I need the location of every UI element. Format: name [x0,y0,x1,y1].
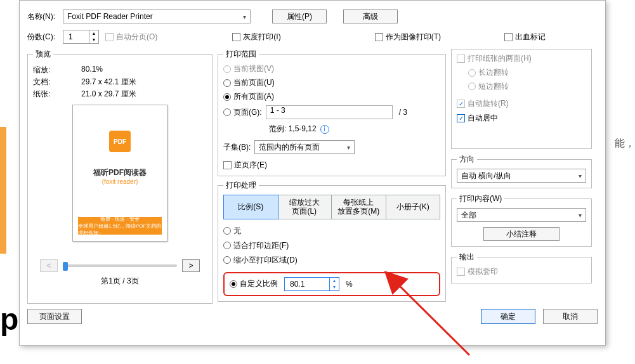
print-dialog: 名称(N): Foxit PDF Reader Printer ▾ 属性(P) … [19,0,606,346]
printer-dropdown[interactable]: Foxit PDF Reader Printer ▾ [63,10,251,23]
cancel-button[interactable]: 取消 [543,309,598,324]
chevron-down-icon: ▾ [243,13,246,20]
background-partial-text: 能， [615,137,635,150]
background-decor [0,127,6,254]
zoom-value: 80.1% [81,65,103,75]
print-handling-legend: 打印处理 [223,180,259,191]
subset-label: 子集(B): [223,142,251,153]
pages-total: / 3 [399,108,407,117]
current-page-radio[interactable]: 当前页面(U) [223,77,440,88]
spinner-up-icon[interactable]: ▲ [330,278,339,284]
info-icon[interactable]: i [320,125,329,134]
page-indicator: 第1页 / 3页 [33,276,207,287]
handling-tabs: 比例(S) 缩放过大 页面(L) 每张纸上 放置多页(M) 小册子(K) [223,195,440,219]
next-page-button[interactable]: > [182,259,200,272]
properties-button[interactable]: 属性(P) [272,10,327,23]
scale-custom-radio[interactable]: 自定义比例 [230,278,278,289]
printer-name-label: 名称(N): [27,11,63,22]
foxit-logo-icon: PDF [109,131,131,152]
output-legend: 输出 [457,252,477,263]
advanced-button[interactable]: 高级 [343,10,398,23]
short-edge-radio: 短边翻转 [468,81,509,92]
auto-center-checkbox[interactable]: 自动居中 [457,113,498,124]
paper-size-value: 21.0 x 29.7 厘米 [81,89,136,100]
foxit-band: 免费 · 快速 · 安全 全球用户超越1.5亿，阅读PDF文档的理想选择~ [78,217,162,235]
current-view-radio: 当前视图(V) [223,63,440,74]
copies-label: 份数(C): [27,32,63,42]
print-handling-group: 打印处理 比例(S) 缩放过大 页面(L) 每张纸上 放置多页(M) 小册子(K… [218,180,446,302]
subset-dropdown[interactable]: 范围内的所有页面 ▾ [254,140,355,154]
pages-example-label: 范例: 1,5-9,12 [269,124,317,134]
chevron-down-icon: ▾ [347,144,350,151]
chevron-down-icon: ▾ [579,212,582,219]
page-slider[interactable] [63,264,177,267]
pages-radio[interactable]: 页面(G): [223,107,262,118]
duplex-group: 打印纸张的两面(H) 长边翻转 短边翻转 自动旋转(R) 自动居中 [451,49,592,149]
paper-size-label: 纸张: [33,89,81,100]
print-as-image-checkbox[interactable]: 作为图像打印(T) [375,32,441,42]
scale-fit-margin-radio[interactable]: 适合打印边距(F) [223,240,440,251]
reverse-order-checkbox[interactable]: 逆页序(E) [223,160,440,171]
tab-scale[interactable]: 比例(S) [223,195,278,219]
foxit-title-text: 福昕PDF阅读器 [93,167,147,178]
scale-shrink-radio[interactable]: 缩小至打印区域(D) [223,255,440,266]
page-setup-button[interactable]: 页面设置 [27,309,82,324]
orientation-legend: 方向 [457,154,477,165]
summarize-comments-button[interactable]: 小结注释 [483,227,560,241]
print-content-group: 打印内容(W) 全部 ▾ 小结注释 [451,193,592,247]
tab-booklet[interactable]: 小册子(K) [386,195,440,219]
custom-scale-highlight: 自定义比例 80.1 ▲▼ % [223,272,440,296]
bleed-marks-checkbox[interactable]: 出血标记 [504,32,546,42]
spinner-down-icon[interactable]: ▼ [89,37,98,43]
doc-size-value: 29.7 x 42.1 厘米 [81,77,136,88]
all-pages-radio[interactable]: 所有页面(A) [223,91,440,102]
background-letter: p [0,302,18,337]
ok-button[interactable]: 确定 [481,309,535,324]
spinner-down-icon[interactable]: ▼ [330,284,339,290]
grayscale-checkbox[interactable]: 灰度打印(I) [232,32,280,42]
preview-page-thumbnail: PDF 福昕PDF阅读器 (foxit reader) 免费 · 快速 · 安全… [72,105,167,242]
output-group: 输出 模拟套印 [451,252,592,283]
spinner-up-icon[interactable]: ▲ [89,30,98,37]
chevron-down-icon: ▾ [579,172,582,179]
foxit-subtitle-text: (foxit reader) [102,178,138,185]
simulate-overprint-checkbox: 模拟套印 [457,266,498,277]
duplex-checkbox: 打印纸张的两面(H) [457,53,532,64]
tab-fit-large[interactable]: 缩放过大 页面(L) [278,195,332,219]
scale-none-radio[interactable]: 无 [223,226,440,237]
copies-spinner[interactable]: 1 ▲▼ [63,30,99,44]
pages-input[interactable]: 1 - 3 [266,105,393,119]
print-content-legend: 打印内容(W) [457,193,504,204]
zoom-label: 缩放: [33,65,81,75]
auto-rotate-checkbox: 自动旋转(R) [457,98,509,109]
preview-legend: 预览 [33,49,53,60]
custom-scale-spinner[interactable]: 80.1 ▲▼ [284,277,339,291]
print-range-group: 打印范围 当前视图(V) 当前页面(U) 所有页面(A) 页面(G): 1 - … [218,49,446,176]
doc-size-label: 文档: [33,77,81,88]
percent-label: % [346,280,353,289]
orientation-group: 方向 自动 横向/纵向 ▾ [451,154,592,188]
long-edge-radio: 长边翻转 [468,67,509,78]
preview-group: 预览 缩放:80.1% 文档:29.7 x 42.1 厘米 纸张:21.0 x … [27,49,213,304]
orientation-dropdown[interactable]: 自动 横向/纵向 ▾ [457,169,586,183]
collate-checkbox: 自动分页(O) [105,32,157,42]
prev-page-button[interactable]: < [40,259,58,272]
tab-multi-per-sheet[interactable]: 每张纸上 放置多页(M) [332,195,386,219]
print-content-dropdown[interactable]: 全部 ▾ [457,208,586,222]
print-range-legend: 打印范围 [223,49,259,60]
slider-thumb[interactable] [63,262,68,271]
